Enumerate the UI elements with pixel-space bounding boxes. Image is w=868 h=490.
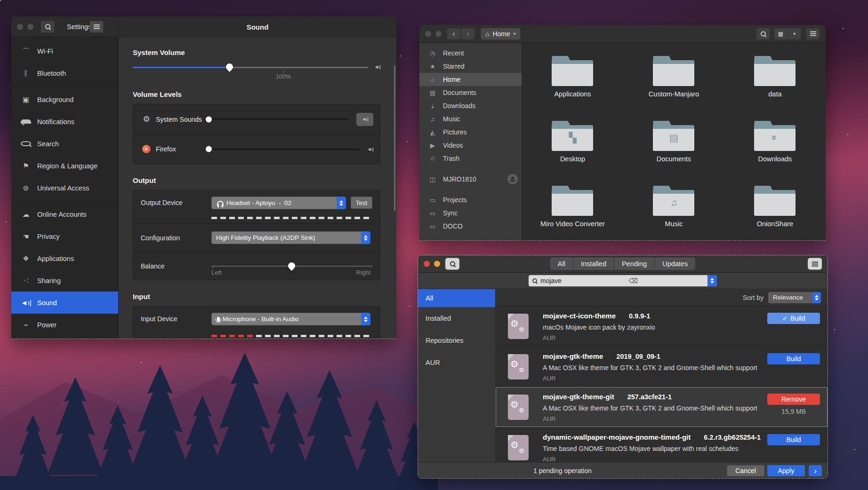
apply-button[interactable]: Apply <box>767 465 805 476</box>
system-volume-slider[interactable]: ◄ı| <box>133 62 380 72</box>
menu-button[interactable] <box>89 21 104 33</box>
package-row-mojave-ct-icon-theme[interactable]: ⚙⚙mojave-ct-icon-theme0.9.9-1macOs Mojav… <box>496 306 828 347</box>
filter-item-installed[interactable]: Installed <box>418 307 495 329</box>
sidebar-item-wi-fi[interactable]: ⌒Wi-Fi <box>11 40 118 62</box>
folder-music[interactable]: ♫Music <box>623 180 724 241</box>
filter-item-all[interactable]: All <box>418 289 495 307</box>
folder-onionshare[interactable]: OnionShare <box>724 180 826 241</box>
balance-slider[interactable] <box>211 266 372 267</box>
search-button[interactable] <box>40 21 55 33</box>
sidebar-item-home[interactable]: ⌂Home <box>419 73 522 86</box>
balance-handle[interactable] <box>287 261 297 270</box>
search-icon <box>45 24 50 29</box>
sidebar-item-label: Videos <box>443 142 463 149</box>
search-toggle-button[interactable] <box>445 258 459 270</box>
next-page-button[interactable]: › <box>809 465 822 476</box>
sidebar-item-network[interactable]: ▤Network <box>11 336 118 339</box>
package-row-dynamic-wallpaper-mojave-gnome-timed-git[interactable]: ⚙⚙dynamic-wallpaper-mojave-gnome-timed-g… <box>496 427 828 462</box>
sidebar-item-label: Music <box>443 115 460 123</box>
sidebar-item-power[interactable]: ⌁Power <box>11 314 118 336</box>
sidebar-item-downloads[interactable]: ⇣Downloads <box>419 99 522 112</box>
slider-knob[interactable] <box>206 146 212 152</box>
slider-knob[interactable] <box>206 116 212 122</box>
window-control-button[interactable] <box>425 31 431 37</box>
sidebar-item-search[interactable]: Search <box>11 133 118 155</box>
configuration-dropdown[interactable]: High Fidelity Playback (A2DP Sink) <box>211 231 370 244</box>
window-control-button[interactable] <box>435 31 442 37</box>
wallpaper-stars <box>0 0 1 1</box>
emblem-music-icon: ♫ <box>653 197 694 208</box>
search-stepper-icon[interactable] <box>707 275 717 286</box>
remove-button[interactable]: Remove <box>767 394 820 405</box>
slider-track[interactable] <box>133 67 368 68</box>
sidebar-item-sound[interactable]: ◄ı|Sound <box>11 292 118 314</box>
volume-scale: 100% <box>133 72 380 80</box>
back-button[interactable]: ‹ <box>447 28 461 40</box>
clear-search-icon[interactable]: ⌫ <box>628 277 641 284</box>
forward-button[interactable]: › <box>461 28 475 40</box>
filter-item-repositories[interactable]: Repositories <box>418 329 495 351</box>
sidebar-item-privacy[interactable]: ☚Privacy <box>11 225 118 247</box>
output-device-dropdown[interactable]: Headset - Aptoyu - 02 <box>211 197 346 209</box>
folder-documents[interactable]: ▤Documents <box>623 115 724 180</box>
sidebar-item-online-accounts[interactable]: ☁Online Accounts <box>11 203 118 225</box>
cancel-button[interactable]: Cancel <box>727 465 764 476</box>
minimize-button[interactable] <box>434 261 440 267</box>
search-button[interactable] <box>756 28 770 40</box>
sidebar-item-music[interactable]: ♫Music <box>419 112 522 126</box>
package-row-mojave-gtk-theme-git[interactable]: ⚙⚙mojave-gtk-theme-git257.a3cfe21-1A Mac… <box>496 387 828 427</box>
sidebar-item-sync[interactable]: ▭Sync <box>419 206 522 220</box>
build-button[interactable]: ✓Build <box>767 313 820 324</box>
view-grid-button[interactable]: ▦ <box>774 28 788 40</box>
mute-button[interactable]: ◄ı| <box>356 113 373 126</box>
sidebar-item-applications[interactable]: ❖Applications <box>11 247 118 269</box>
menu-button[interactable] <box>806 28 820 40</box>
search-input[interactable]: mojave ⌫ <box>529 275 717 286</box>
sort-dropdown[interactable]: Relevance <box>768 292 821 303</box>
build-button[interactable]: Build <box>767 434 820 445</box>
package-description: Time based GNOME macOS Mojave wallpaper … <box>543 445 757 452</box>
filter-item-aur[interactable]: AUR <box>418 351 495 373</box>
sidebar-item-recent[interactable]: ◷Recent <box>419 47 522 60</box>
sidebar-item-doco[interactable]: ▭DOCO <box>419 220 522 233</box>
app-volume-slider[interactable] <box>207 119 349 120</box>
tab-installed[interactable]: Installed <box>573 258 614 270</box>
sidebar-item-trash[interactable]: ♲Trash <box>419 152 522 165</box>
window-control-button[interactable] <box>17 24 23 30</box>
sidebar-item-region-language[interactable]: ⚑Region & Language <box>11 155 118 177</box>
tab-updates[interactable]: Updates <box>655 258 695 270</box>
close-button[interactable] <box>424 261 430 267</box>
folder-icon <box>552 56 593 86</box>
sidebar-item-starred[interactable]: ★Starred <box>419 60 522 73</box>
folder-downloads[interactable]: »Downloads <box>724 115 826 180</box>
eject-button[interactable] <box>507 174 518 184</box>
sidebar-item-documents[interactable]: ▤Documents <box>419 86 522 99</box>
path-button[interactable]: ⌂ Home ▾ <box>481 28 521 40</box>
menu-button[interactable] <box>808 258 822 270</box>
sidebar-item-bluetooth[interactable]: ᛒBluetooth <box>11 62 118 84</box>
app-volume-slider[interactable] <box>207 149 359 150</box>
test-button[interactable]: Test <box>351 197 372 209</box>
sidebar-item-sharing[interactable]: ∴Sharing <box>11 269 118 292</box>
sidebar-item-mjro1810[interactable]: ◫MJRO1810 <box>419 173 522 186</box>
tab-all[interactable]: All <box>550 258 573 270</box>
slider-handle[interactable] <box>225 62 234 72</box>
build-button[interactable]: Build <box>767 353 820 364</box>
folder-custom-manjaro[interactable]: Custom-Manjaro <box>623 50 724 115</box>
window-control-button[interactable] <box>27 24 33 30</box>
view-dropdown-button[interactable]: ▾ <box>788 28 802 40</box>
sidebar-item-background[interactable]: ▣Background <box>11 88 118 111</box>
input-device-dropdown[interactable]: Microphone - Built-in Audio <box>211 313 370 325</box>
folder-applications[interactable]: Applications <box>522 50 623 115</box>
package-row-mojave-gtk-theme[interactable]: ⚙⚙mojave-gtk-theme2019_09_09-1A Mac OSX … <box>496 347 828 387</box>
folder-miro-video-converter[interactable]: Miro Video Converter <box>522 180 623 241</box>
tab-pending[interactable]: Pending <box>614 258 655 270</box>
sidebar-item-videos[interactable]: ▶Videos <box>419 139 522 152</box>
scrollbar[interactable] <box>394 65 395 211</box>
sidebar-item-projects[interactable]: ▭Projects <box>419 193 522 206</box>
sidebar-item-universal-access[interactable]: ⊚Universal Access <box>11 177 118 199</box>
sidebar-item-pictures[interactable]: ◭Pictures <box>419 126 522 139</box>
folder-data[interactable]: data <box>724 50 826 115</box>
folder-desktop[interactable]: ▚Desktop <box>522 115 623 180</box>
sidebar-item-notifications[interactable]: Notifications <box>11 111 118 133</box>
